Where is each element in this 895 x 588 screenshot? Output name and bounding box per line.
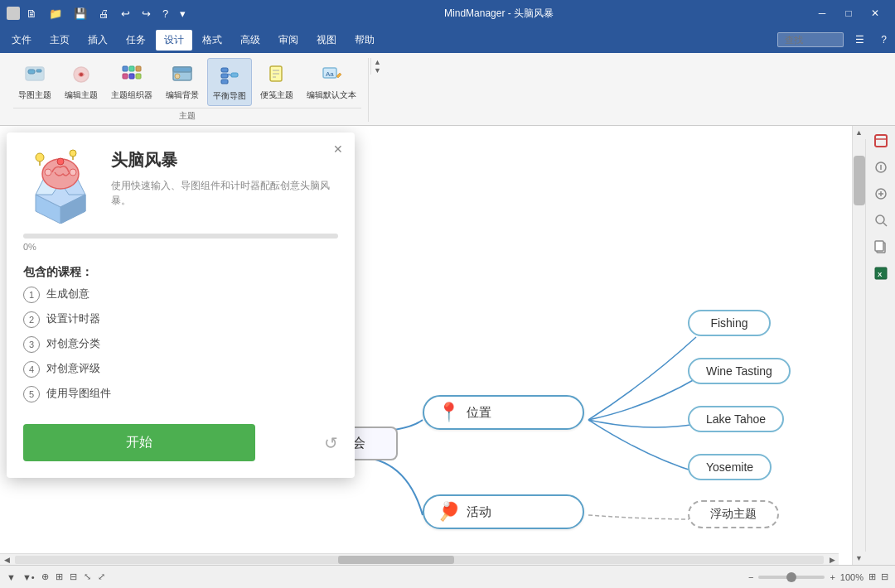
panel-progress: 0% — [23, 234, 338, 252]
filter-icon[interactable]: ▼ — [7, 572, 16, 582]
status-icon-4[interactable]: ⊞ — [56, 571, 63, 582]
course-item-4: 4 对创意评级 — [23, 361, 338, 378]
menu-format[interactable]: 格式 — [194, 30, 230, 51]
h-scrollbar[interactable]: ◀ ▶ — [0, 553, 839, 565]
edit-theme-label: 编辑主题 — [65, 89, 98, 101]
menu-home[interactable]: 主页 — [41, 30, 78, 51]
sidebar-btn-copy[interactable] — [869, 235, 893, 258]
edit-default-text-icon: Aa — [318, 61, 345, 88]
print-tool[interactable]: 🖨 — [95, 6, 113, 22]
titlebar-left: 🗎 📁 💾 🖨 ↩ ↪ ? ▾ — [7, 6, 189, 22]
titlebar: 🗎 📁 💾 🖨 ↩ ↪ ? ▾ MindManager - 头脑风暴 ─ □ ✕ — [0, 0, 895, 27]
location-node[interactable]: 📍 位置 — [423, 395, 584, 430]
svg-point-35 — [70, 150, 76, 157]
help-tool[interactable]: ? — [159, 6, 172, 22]
menu-help[interactable]: 帮助 — [346, 30, 383, 51]
menu-task[interactable]: 任务 — [118, 30, 154, 51]
menu-file[interactable]: 文件 — [3, 30, 40, 51]
redo-tool[interactable]: ↪ — [138, 6, 154, 22]
sidebar-btn-search[interactable] — [869, 209, 893, 232]
h-scroll-thumb — [338, 556, 454, 564]
zoom-slider[interactable] — [758, 576, 825, 579]
status-icon-7[interactable]: ⤢ — [98, 571, 105, 582]
activity-node[interactable]: 🏓 活动 — [423, 494, 584, 529]
status-icon-6[interactable]: ⤡ — [84, 571, 91, 582]
status-icon-5[interactable]: ⊟ — [70, 571, 77, 582]
menubar: 文件 主页 插入 任务 设计 格式 高级 审阅 视图 帮助 ☰ ? — [0, 27, 895, 53]
sidebar-btn-3[interactable] — [869, 182, 893, 205]
lake-tahoe-node[interactable]: Lake Tahoe — [688, 406, 784, 432]
theme-organizer-button[interactable]: 主题组织器 — [106, 58, 157, 106]
grid-icon[interactable]: ⊟ — [881, 571, 888, 582]
theme-organizer-label: 主题组织器 — [111, 89, 152, 101]
layout-icon[interactable]: ☰ — [850, 31, 869, 49]
menu-advanced[interactable]: 高级 — [232, 30, 268, 51]
fit-icon[interactable]: ⊞ — [868, 571, 876, 582]
sidebar-btn-2[interactable] — [869, 156, 893, 179]
wine-tasting-node[interactable]: Wine Tasting — [688, 358, 791, 384]
menu-insert[interactable]: 插入 — [80, 30, 116, 51]
course-label-2: 设置计时器 — [46, 311, 100, 326]
filter-icon-2[interactable]: ▼• — [22, 572, 35, 582]
menu-design[interactable]: 设计 — [156, 30, 192, 51]
v-scroll-down[interactable]: ▼ — [853, 552, 866, 565]
yosemite-node[interactable]: Yosemite — [688, 454, 772, 480]
save-tool[interactable]: 💾 — [70, 6, 90, 22]
app-icon — [7, 7, 20, 20]
note-theme-button[interactable]: 便笺主题 — [255, 58, 298, 106]
course-num-3: 3 — [23, 336, 40, 353]
zoom-minus-button[interactable]: − — [748, 572, 753, 582]
status-icon-3[interactable]: ⊕ — [41, 571, 49, 582]
titlebar-controls: ─ □ ✕ — [809, 0, 888, 27]
h-scroll-right[interactable]: ▶ — [825, 554, 839, 566]
new-tool[interactable]: 🗎 — [23, 6, 41, 22]
h-scroll-left[interactable]: ◀ — [0, 554, 13, 566]
location-node-label: 位置 — [467, 405, 491, 421]
more-tool[interactable]: ▾ — [177, 6, 189, 22]
edit-theme-button[interactable]: 编辑主题 — [60, 58, 103, 106]
edit-bg-button[interactable]: 编辑背景 — [161, 58, 204, 106]
edit-bg-icon — [169, 61, 196, 88]
edit-bg-label: 编辑背景 — [166, 89, 199, 101]
sidebar-btn-1[interactable] — [869, 129, 893, 152]
start-button[interactable]: 开始 — [23, 424, 255, 461]
overlay-panel: ✕ — [7, 133, 355, 478]
zoom-plus-button[interactable]: + — [830, 572, 835, 582]
search-input[interactable] — [777, 32, 844, 47]
svg-text:Aa: Aa — [326, 70, 334, 78]
sidebar-btn-excel[interactable]: X — [869, 262, 893, 285]
map-theme-button[interactable]: 导图主题 — [13, 58, 56, 106]
close-button[interactable]: ✕ — [862, 0, 888, 27]
open-tool[interactable]: 📁 — [46, 6, 65, 22]
svg-line-46 — [883, 223, 887, 226]
menu-view[interactable]: 视图 — [308, 30, 345, 51]
help-icon[interactable]: ? — [876, 31, 892, 49]
svg-point-31 — [45, 169, 51, 176]
ribbon-group-label-theme: 主题 — [13, 108, 361, 122]
panel-course-list: 1 生成创意 2 设置计时器 3 对创意分类 4 对创意评级 5 使用导图组 — [7, 287, 355, 411]
ribbon-scroll[interactable]: ▲▼ — [370, 58, 384, 75]
titlebar-tools: 🗎 📁 💾 🖨 ↩ ↪ ? ▾ — [23, 6, 189, 22]
maximize-button[interactable]: □ — [835, 0, 862, 27]
v-scrollbar[interactable]: ▲ ▼ — [852, 126, 865, 565]
note-theme-icon — [264, 61, 290, 88]
panel-close-button[interactable]: ✕ — [330, 141, 346, 157]
edit-default-text-button[interactable]: Aa 编辑默认文本 — [302, 58, 361, 106]
svg-point-37 — [57, 158, 64, 165]
reset-button[interactable]: ↺ — [324, 433, 338, 453]
balance-map-button[interactable]: 平衡导图 — [207, 58, 252, 106]
svg-point-4 — [80, 73, 83, 76]
course-num-4: 4 — [23, 361, 40, 378]
undo-tool[interactable]: ↩ — [118, 6, 133, 22]
canvas-area[interactable]: 聚会 📍 位置 🏓 活动 Fishing Wine Tasting Lake T… — [0, 126, 852, 565]
panel-image — [23, 149, 98, 224]
ribbon-content: 导图主题 编辑主题 主题组织器 — [0, 53, 895, 125]
balance-map-label: 平衡导图 — [213, 90, 246, 102]
main-area: 聚会 📍 位置 🏓 活动 Fishing Wine Tasting Lake T… — [0, 126, 895, 565]
v-scroll-up[interactable]: ▲ — [853, 126, 866, 139]
fishing-node[interactable]: Fishing — [688, 310, 771, 336]
float-node[interactable]: 浮动主题 — [688, 500, 779, 528]
course-label-3: 对创意分类 — [46, 336, 100, 351]
minimize-button[interactable]: ─ — [809, 0, 835, 27]
menu-review[interactable]: 审阅 — [270, 30, 307, 51]
